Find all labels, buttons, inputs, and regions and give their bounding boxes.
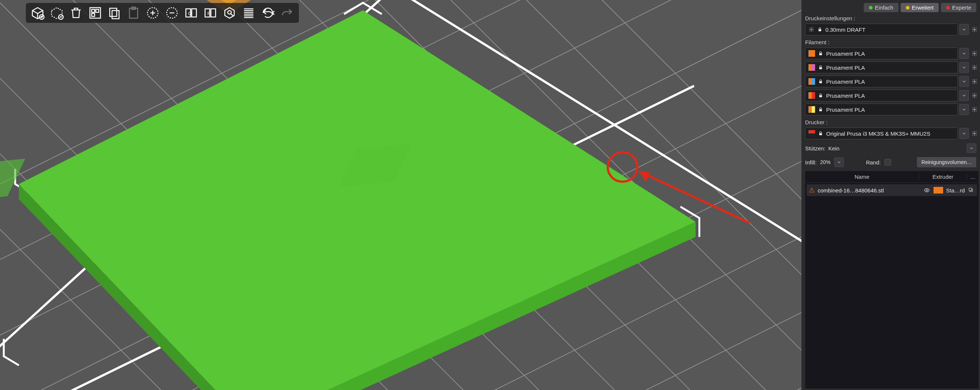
filament-select-1[interactable]: Prusament PLA xyxy=(805,62,958,73)
svg-rect-45 xyxy=(211,9,216,17)
chevron-down-icon xyxy=(837,160,842,165)
filament-select-3[interactable]: Prusament PLA xyxy=(805,90,958,101)
split-objects-button[interactable]: O xyxy=(181,5,201,21)
object-list: Name Extruder … ⚠ combined-16…8480646.st… xyxy=(805,171,978,388)
svg-rect-59 xyxy=(819,95,822,97)
mode-simple-label: Einfach xyxy=(875,5,893,11)
gear-icon xyxy=(972,92,977,98)
search-button[interactable] xyxy=(220,5,239,21)
lock-icon xyxy=(817,27,822,32)
lock-icon xyxy=(818,107,823,112)
filament-edit-button-4[interactable] xyxy=(970,104,978,115)
filament-swatch-icon xyxy=(808,92,815,99)
add-instance-button[interactable] xyxy=(143,5,162,21)
mode-advanced-button[interactable]: Erweitert xyxy=(900,3,939,12)
filament-dropdown-button-2[interactable] xyxy=(959,76,969,87)
filament-select-4[interactable]: Prusament PLA xyxy=(805,104,958,116)
chevron-down-icon xyxy=(962,51,967,56)
object-filename: combined-16…8480646.stl xyxy=(818,187,920,193)
gear-icon xyxy=(972,79,977,84)
mode-switcher: Einfach Erweitert Experte xyxy=(802,0,980,14)
object-list-header-menu[interactable]: … xyxy=(967,174,978,180)
chevron-down-icon xyxy=(962,79,967,84)
supports-dropdown-button[interactable] xyxy=(967,143,976,153)
svg-point-58 xyxy=(974,81,975,82)
undo-button[interactable] xyxy=(258,5,277,21)
add-object-button[interactable] xyxy=(28,5,47,21)
filament-name: Prusament PLA xyxy=(826,106,865,113)
filament-dropdown-button-1[interactable] xyxy=(959,62,969,73)
printer-preset-select[interactable]: Original Prusa i3 MK3S & MK3S+ MMU2S xyxy=(805,128,958,140)
filament-select-0[interactable]: Prusament PLA xyxy=(805,48,958,59)
print-preset-select[interactable]: 0.30mm DRAFT xyxy=(805,24,958,35)
svg-text:O: O xyxy=(188,11,192,16)
redo-button[interactable] xyxy=(277,5,297,21)
lock-icon xyxy=(818,65,823,70)
filament-name: Prusament PLA xyxy=(826,65,865,71)
svg-rect-35 xyxy=(110,8,116,16)
filament-edit-button-3[interactable] xyxy=(970,90,978,101)
filament-edit-button-2[interactable] xyxy=(970,76,978,87)
mode-expert-dot-icon xyxy=(946,6,950,10)
visibility-toggle[interactable] xyxy=(923,187,931,193)
filament-dropdown-button-0[interactable] xyxy=(959,48,969,59)
gear-icon xyxy=(972,65,977,70)
delete-all-button[interactable] xyxy=(67,5,86,21)
mode-simple-dot-icon xyxy=(869,6,873,10)
viewport-3d[interactable]: O P xyxy=(0,0,802,390)
supports-value: Kein xyxy=(828,145,839,152)
svg-point-64 xyxy=(974,133,975,134)
mode-simple-button[interactable]: Einfach xyxy=(864,3,899,12)
eye-icon xyxy=(924,187,930,193)
mode-advanced-dot-icon xyxy=(906,6,910,10)
brim-label: Rand: xyxy=(866,159,881,165)
object-list-header: Name Extruder … xyxy=(805,171,978,183)
svg-point-54 xyxy=(974,53,975,54)
copy-button[interactable] xyxy=(105,5,124,21)
remove-instance-button[interactable] xyxy=(162,5,181,21)
extruder-swatch xyxy=(934,187,943,193)
printer-preset-dropdown-button[interactable] xyxy=(959,128,969,139)
svg-rect-57 xyxy=(819,81,822,83)
print-preset-dropdown-button[interactable] xyxy=(959,24,969,35)
supports-select[interactable]: Kein xyxy=(827,143,964,153)
filament-swatch-icon xyxy=(808,78,815,85)
purge-volumes-button[interactable]: Reinigungsvolumen… xyxy=(917,157,976,167)
mode-expert-button[interactable]: Experte xyxy=(941,3,976,12)
filament-swatch-icon xyxy=(808,106,815,113)
brim-checkbox[interactable] xyxy=(885,159,891,165)
svg-rect-34 xyxy=(92,14,95,17)
printer-preset-edit-button[interactable] xyxy=(970,128,978,139)
arrange-button[interactable] xyxy=(86,5,105,21)
lock-icon xyxy=(818,93,823,98)
edit-object-icon[interactable] xyxy=(968,187,975,193)
gear-icon xyxy=(972,130,977,136)
paste-button[interactable] xyxy=(124,5,143,21)
svg-rect-61 xyxy=(819,109,822,111)
svg-rect-42 xyxy=(192,9,197,17)
warning-icon: ⚠ xyxy=(809,186,815,194)
split-parts-button[interactable]: P xyxy=(201,5,220,21)
print-preset-edit-button[interactable] xyxy=(970,24,978,35)
filament-swatch-icon xyxy=(808,64,815,71)
printer-preset-name: Original Prusa i3 MK3S & MK3S+ MMU2S xyxy=(826,130,930,137)
filament-dropdown-button-4[interactable] xyxy=(959,104,969,115)
svg-point-62 xyxy=(974,109,975,110)
gear-icon xyxy=(808,27,815,32)
svg-point-50 xyxy=(811,29,812,30)
gear-icon xyxy=(972,51,977,56)
filament-label: Filament : xyxy=(802,38,980,48)
filament-dropdown-button-3[interactable] xyxy=(959,90,969,101)
filament-edit-button-1[interactable] xyxy=(970,62,978,73)
main-toolbar: O P xyxy=(26,3,299,23)
infill-dropdown-button[interactable] xyxy=(834,157,844,167)
delete-object-button[interactable] xyxy=(47,5,67,21)
mode-advanced-label: Erweitert xyxy=(912,5,934,11)
filament-edit-button-0[interactable] xyxy=(970,48,978,59)
object-list-row[interactable]: ⚠ combined-16…8480646.stl Sta…rd xyxy=(807,184,977,196)
variable-layer-button[interactable] xyxy=(239,5,258,21)
svg-point-52 xyxy=(974,29,975,30)
filament-select-2[interactable]: Prusament PLA xyxy=(805,76,958,87)
svg-point-56 xyxy=(974,67,975,68)
gear-icon xyxy=(972,27,977,32)
